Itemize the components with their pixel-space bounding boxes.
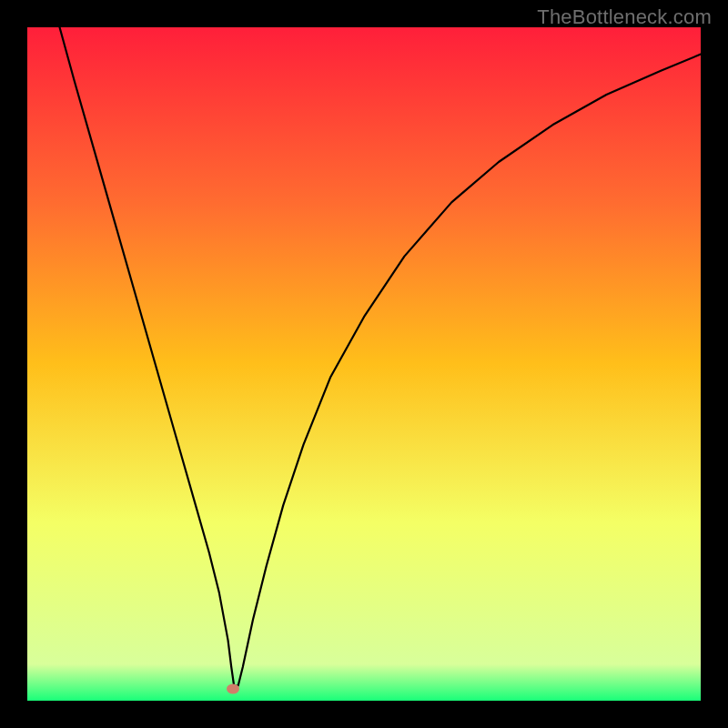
- bottleneck-curve: [27, 27, 701, 701]
- optimum-marker: [227, 684, 239, 694]
- watermark-text: TheBottleneck.com: [537, 5, 712, 29]
- plot-area: [27, 27, 701, 701]
